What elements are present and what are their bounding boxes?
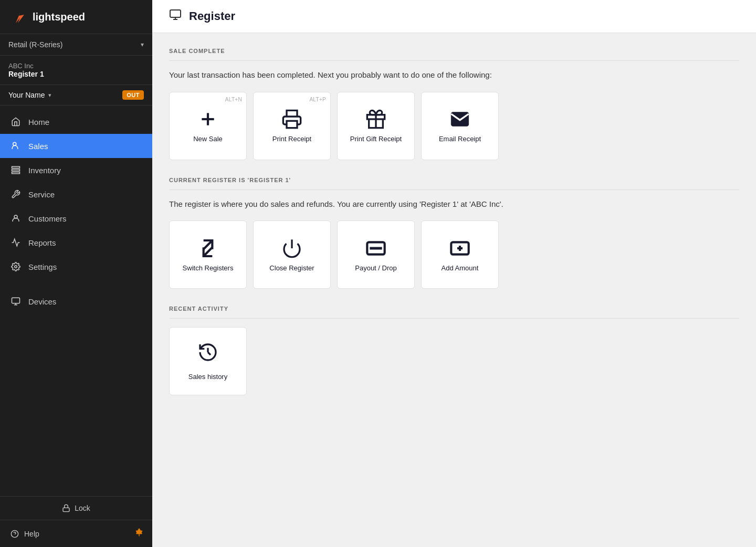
devices-icon [10, 296, 21, 307]
email-icon [449, 109, 470, 130]
new-sale-card[interactable]: ALT+N New Sale [169, 92, 247, 160]
current-register-actions: Switch Registers Close Register Payout /… [169, 220, 739, 289]
svg-rect-13 [170, 10, 181, 17]
register-info: ABC Inc Register 1 [0, 56, 152, 85]
svg-rect-3 [12, 172, 20, 174]
svg-rect-1 [12, 166, 20, 168]
sidebar-item-settings[interactable]: Settings [0, 255, 152, 279]
sidebar-item-devices[interactable]: Devices [0, 289, 152, 313]
payout-drop-card[interactable]: Payout / Drop [337, 220, 415, 289]
lightspeed-logo-icon [10, 8, 27, 25]
store-chevron-icon: ▾ [141, 41, 144, 48]
print-gift-receipt-card[interactable]: Print Gift Receipt [337, 92, 415, 160]
sale-complete-label: SALE COMPLETE [169, 48, 739, 54]
sidebar-item-home[interactable]: Home [0, 110, 152, 134]
svg-rect-6 [12, 298, 20, 303]
svg-point-5 [15, 266, 17, 268]
sidebar-item-customers-label: Customers [28, 214, 67, 223]
sales-icon [10, 141, 21, 151]
help-icon [10, 530, 19, 538]
current-register-label: CURRENT REGISTER IS 'REGISTER 1' [169, 177, 739, 183]
sidebar-item-home-label: Home [28, 118, 49, 127]
pin-button[interactable] [126, 520, 152, 547]
sale-complete-description: Your last transaction has been completed… [169, 69, 739, 81]
user-bar[interactable]: Your Name ▾ OUT [0, 85, 152, 106]
lock-button[interactable]: Lock [0, 497, 152, 520]
sale-complete-actions: ALT+N New Sale ALT+P Print Receipt [169, 92, 739, 160]
sales-history-label: Sales history [188, 373, 227, 381]
recent-activity-items: Sales history [169, 327, 739, 395]
store-selector[interactable]: Retail (R-Series) ▾ [0, 34, 152, 56]
pin-icon [134, 528, 144, 537]
print-receipt-label: Print Receipt [272, 135, 311, 143]
store-name: Retail (R-Series) [8, 40, 62, 49]
user-status-badge: OUT [122, 90, 144, 100]
inventory-icon [10, 165, 21, 175]
switch-registers-icon [197, 238, 218, 259]
svg-rect-9 [63, 508, 69, 511]
gift-icon [365, 109, 386, 130]
print-receipt-icon [281, 109, 302, 130]
sidebar-bottom: Lock Help [0, 496, 152, 547]
new-sale-icon [197, 109, 218, 130]
new-sale-label: New Sale [193, 135, 223, 143]
sidebar: lightspeed Retail (R-Series) ▾ ABC Inc R… [0, 0, 152, 547]
close-register-icon [281, 238, 302, 259]
logo-text: lightspeed [33, 11, 85, 23]
sidebar-logo: lightspeed [0, 0, 152, 34]
sidebar-item-inventory[interactable]: Inventory [0, 158, 152, 182]
sale-complete-divider [169, 60, 739, 61]
help-label: Help [24, 530, 39, 538]
new-sale-shortcut: ALT+N [225, 97, 242, 102]
register-company: ABC Inc [8, 62, 144, 70]
help-row: Help [0, 520, 152, 547]
add-amount-icon [448, 238, 471, 259]
svg-line-30 [208, 352, 211, 355]
sales-history-icon [197, 342, 218, 367]
print-receipt-shortcut: ALT+P [309, 97, 326, 102]
user-chevron-icon: ▾ [48, 92, 51, 99]
sidebar-item-sales[interactable]: Sales [0, 134, 152, 158]
sidebar-item-sales-label: Sales [28, 142, 48, 151]
register-header-icon [169, 8, 182, 24]
print-receipt-card[interactable]: ALT+P Print Receipt [253, 92, 331, 160]
svg-point-0 [13, 142, 16, 145]
add-amount-label: Add Amount [442, 264, 479, 272]
switch-registers-card[interactable]: Switch Registers [169, 220, 247, 289]
sidebar-item-service-label: Service [28, 190, 55, 199]
email-receipt-card[interactable]: Email Receipt [421, 92, 499, 160]
service-icon [10, 189, 21, 199]
sale-complete-section: SALE COMPLETE Your last transaction has … [169, 48, 739, 160]
sidebar-item-inventory-label: Inventory [28, 166, 61, 175]
recent-activity-divider [169, 318, 739, 319]
nav-menu: Home Sales Inventory Service [0, 106, 152, 496]
settings-icon [10, 261, 21, 272]
sidebar-item-customers[interactable]: Customers [0, 206, 152, 230]
svg-rect-2 [12, 170, 20, 171]
sidebar-item-reports-label: Reports [28, 238, 56, 247]
sidebar-item-service[interactable]: Service [0, 182, 152, 206]
customers-icon [10, 213, 21, 224]
close-register-card[interactable]: Close Register [253, 220, 331, 289]
svg-rect-18 [287, 121, 297, 128]
payout-drop-icon [364, 238, 387, 259]
help-button[interactable]: Help [0, 522, 126, 545]
add-amount-card[interactable]: Add Amount [421, 220, 499, 289]
sales-history-card[interactable]: Sales history [169, 327, 247, 395]
main-body: SALE COMPLETE Your last transaction has … [152, 33, 756, 547]
email-receipt-label: Email Receipt [439, 135, 481, 143]
user-name: Your Name ▾ [8, 91, 118, 99]
lock-label: Lock [75, 504, 90, 512]
switch-registers-label: Switch Registers [183, 264, 234, 272]
current-register-description: The register is where you do sales and r… [169, 198, 739, 211]
sidebar-item-reports[interactable]: Reports [0, 230, 152, 255]
recent-activity-section: RECENT ACTIVITY Sales history [169, 306, 739, 395]
current-register-section: CURRENT REGISTER IS 'REGISTER 1' The reg… [169, 177, 739, 289]
close-register-label: Close Register [269, 264, 314, 272]
recent-activity-label: RECENT ACTIVITY [169, 306, 739, 312]
current-register-divider [169, 190, 739, 190]
payout-drop-label: Payout / Drop [355, 264, 397, 272]
main-header: Register [152, 0, 756, 33]
lock-icon [62, 504, 70, 512]
sidebar-item-devices-label: Devices [28, 297, 56, 306]
